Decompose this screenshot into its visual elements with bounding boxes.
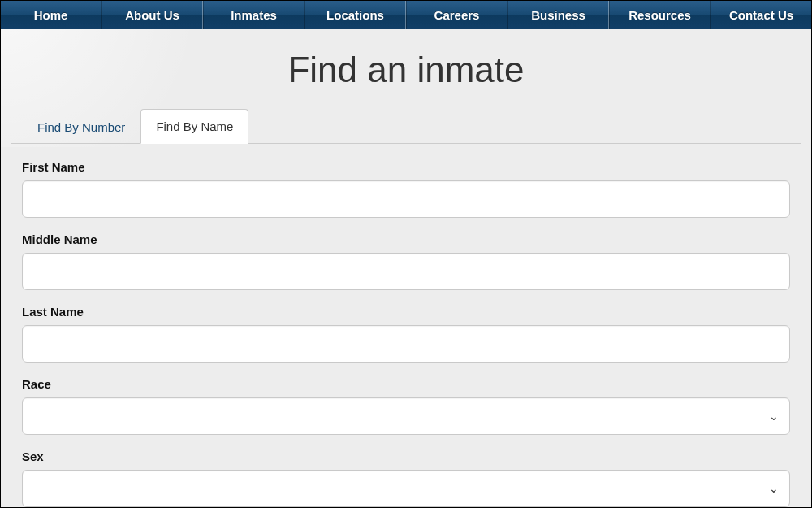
nav-business[interactable]: Business [508,1,609,29]
nav-inmates[interactable]: Inmates [203,1,304,29]
tab-find-by-name[interactable]: Find By Name [140,109,248,144]
content-area: Find an inmate Find By Number Find By Na… [1,50,811,507]
top-nav: Home About Us Inmates Locations Careers … [1,1,811,29]
first-name-input[interactable] [22,180,790,218]
last-name-group: Last Name [22,305,790,363]
race-group: Race ⌄ [22,377,790,435]
first-name-label: First Name [22,160,790,174]
nav-careers[interactable]: Careers [406,1,508,29]
middle-name-input[interactable] [22,253,790,290]
first-name-group: First Name [22,160,790,218]
middle-name-label: Middle Name [22,232,790,246]
last-name-label: Last Name [22,305,790,319]
nav-about-us[interactable]: About Us [102,1,203,29]
race-select[interactable] [22,397,790,435]
tab-find-by-number[interactable]: Find By Number [22,110,140,144]
last-name-input[interactable] [22,325,790,363]
middle-name-group: Middle Name [22,232,790,290]
search-form: First Name Middle Name Last Name Race ⌄ … [11,160,801,507]
sex-select[interactable] [22,470,790,507]
race-label: Race [22,377,790,391]
nav-home[interactable]: Home [1,1,102,29]
page-title: Find an inmate [11,50,801,90]
sex-label: Sex [22,449,790,463]
search-tabs: Find By Number Find By Name [11,108,801,144]
sex-group: Sex ⌄ [22,449,790,507]
nav-contact-us[interactable]: Contact Us [710,1,811,29]
nav-resources[interactable]: Resources [609,1,710,29]
nav-locations[interactable]: Locations [304,1,406,29]
